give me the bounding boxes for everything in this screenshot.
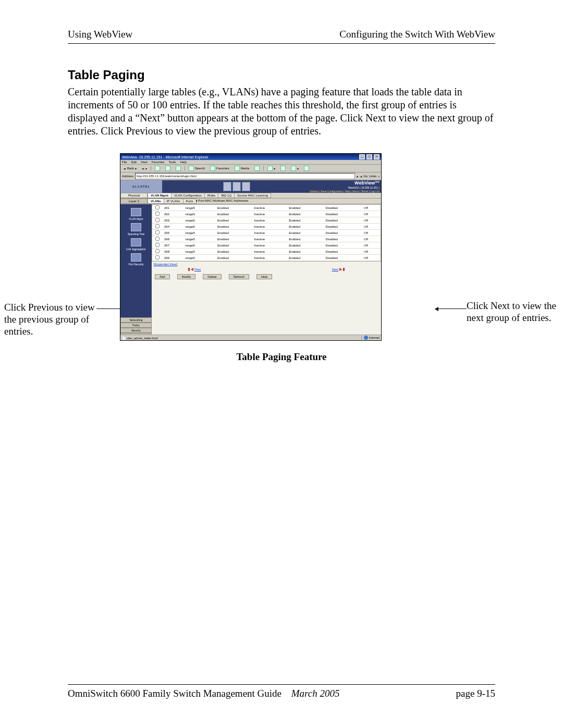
row-checkbox[interactable] [155, 212, 160, 216]
menu-tools[interactable]: Tools [169, 161, 176, 164]
spanning-tree-icon[interactable] [131, 223, 141, 231]
modify-button[interactable]: Modify [177, 274, 196, 279]
row-checkbox[interactable] [155, 218, 160, 222]
search-button[interactable]: Search [187, 165, 206, 171]
cell-id: 294 [163, 224, 183, 230]
cell-oper: Inactive [252, 230, 287, 236]
expanded-view-link[interactable]: [Expanded View] [152, 262, 381, 267]
menu-help[interactable]: Help [180, 161, 187, 164]
side-tab-physical[interactable]: Physical [120, 193, 148, 198]
sidebar-item-link-aggregation[interactable]: Link Aggregation [126, 248, 145, 251]
edit-button[interactable]: ▾ [289, 165, 300, 171]
subtab-vlans[interactable]: VLANs [148, 199, 164, 204]
address-field[interactable]: http://10.255.11.151/web/content/login.h… [135, 173, 355, 179]
sidebar-item-port-security[interactable]: Port Security [129, 263, 144, 266]
link-aggregation-icon[interactable] [131, 238, 141, 246]
media-button[interactable]: Media [233, 165, 251, 171]
ie-titlebar: Webview- 10.255.11.151 - Microsoft Inter… [120, 154, 381, 160]
cell-auth: Disabled [324, 236, 362, 242]
row-checkbox[interactable] [155, 243, 160, 247]
discuss-button[interactable] [302, 165, 311, 171]
ie-title-text: Webview- 10.255.11.151 - Microsoft Inter… [122, 155, 209, 159]
cell-voice: Off [362, 255, 381, 261]
maximize-button[interactable]: □ [366, 154, 372, 159]
row-checkbox[interactable] [155, 224, 160, 228]
cell-voice: Off [362, 230, 381, 236]
menu-edit[interactable]: Edit [131, 161, 137, 164]
port-security-icon[interactable] [131, 253, 141, 262]
vlan-mgmt-icon[interactable] [131, 208, 141, 216]
table-row: 293range5EnabledInactiveEnabledDisabledO… [152, 217, 381, 224]
history-button[interactable] [253, 165, 261, 171]
next-link[interactable]: Next [332, 268, 345, 271]
sidebar-policy[interactable]: Policy [120, 323, 152, 328]
internet-icon [364, 336, 368, 340]
tab-vlan-configuration[interactable]: VLAN Configuration [171, 193, 205, 198]
cell-voice: Off [362, 249, 381, 255]
delete-button[interactable]: Delete [203, 274, 221, 279]
cell-name: range5 [183, 242, 216, 249]
mail-button[interactable]: ▾ [266, 165, 277, 171]
cell-stp: Enabled [287, 236, 324, 242]
row-checkbox[interactable] [155, 249, 160, 253]
row-checkbox[interactable] [155, 255, 160, 260]
ie-window: Webview- 10.255.11.151 - Microsoft Inter… [120, 153, 382, 341]
row-checkbox[interactable] [155, 230, 160, 235]
tab-rules[interactable]: Rules [204, 193, 218, 198]
go-button[interactable]: ➜Go [360, 175, 368, 178]
cell-oper: Inactive [252, 255, 287, 261]
menu-view[interactable]: View [141, 161, 148, 164]
row-checkbox[interactable] [155, 205, 160, 209]
forward-button[interactable]: ➡ ▾ [140, 166, 149, 171]
add-button[interactable]: Add [155, 274, 170, 279]
cell-voice: Off [362, 211, 381, 217]
cell-voice: Off [362, 224, 381, 230]
table-row: 295range5EnabledInactiveEnabledDisabledO… [152, 230, 381, 236]
cell-auth: Disabled [324, 249, 362, 255]
vlan-table: 291range5EnabledInactiveEnabledDisabledO… [152, 204, 381, 262]
cell-admin: Enabled [216, 224, 252, 230]
top-tab-row: Physical VLAN Mgmt VLAN Configuration Ru… [120, 193, 381, 199]
tab-source-mac-learning[interactable]: Source MAC Learning [234, 193, 271, 198]
back-button[interactable]: ⬅ Back ▾ [122, 166, 138, 171]
sidebar-networking[interactable]: Networking [120, 317, 152, 323]
stop-button[interactable] [153, 165, 162, 171]
print-button[interactable] [279, 165, 287, 171]
cell-stp: Enabled [287, 217, 324, 224]
banner-icon [223, 182, 231, 191]
home-button[interactable] [174, 165, 182, 171]
cell-name: range5 [183, 255, 216, 261]
cell-stp: Enabled [287, 230, 324, 236]
address-dropdown-icon[interactable]: ▾ [357, 175, 358, 178]
cell-admin: Enabled [216, 249, 252, 255]
sidebar-item-spanning-tree[interactable]: Spanning Tree [128, 232, 145, 236]
help-button[interactable]: Help [256, 274, 272, 279]
address-label: Address [122, 175, 133, 178]
refresh-action-button[interactable]: Refresh [229, 274, 249, 279]
sidebar-security[interactable]: Security [120, 328, 152, 333]
refresh-button[interactable] [164, 165, 172, 171]
table-row: 296range5EnabledInactiveEnabledDisabledO… [152, 236, 381, 242]
tab-vlan-mgmt[interactable]: VLAN Mgmt [148, 193, 172, 198]
menu-file[interactable]: File [122, 161, 127, 164]
prev-link[interactable]: Prev [188, 268, 201, 271]
links-label[interactable]: Links [369, 175, 376, 178]
cell-name: range5 [183, 224, 216, 230]
subtab-ip-vlans[interactable]: IP VLANs [164, 199, 183, 204]
menu-favorites[interactable]: Favorites [152, 161, 165, 164]
minimize-button[interactable]: _ [359, 154, 365, 159]
tab-8021q[interactable]: 802.1Q [218, 193, 235, 198]
favorites-button[interactable]: Favorites [209, 165, 231, 171]
side-tab-layer2[interactable]: Layer 2 [120, 199, 148, 204]
body-paragraph: Certain potentially large tables (e.g., … [68, 85, 495, 138]
options-bar[interactable]: Options | Save Configuration | Help | Ab… [310, 190, 380, 193]
section-title: Table Paging [68, 68, 495, 82]
sidebar-item-vlan-mgmt[interactable]: VLAN Mgmt [129, 217, 143, 220]
cell-stp: Enabled [287, 224, 324, 230]
subtab-ports[interactable]: Ports [183, 199, 197, 204]
running-head-right: Configuring the Switch With WebView [339, 29, 495, 40]
arrow-right-icon [435, 309, 467, 309]
close-button[interactable]: × [374, 154, 380, 159]
row-checkbox[interactable] [155, 237, 160, 241]
callout-next: Click Next to view the next group of ent… [467, 300, 560, 324]
